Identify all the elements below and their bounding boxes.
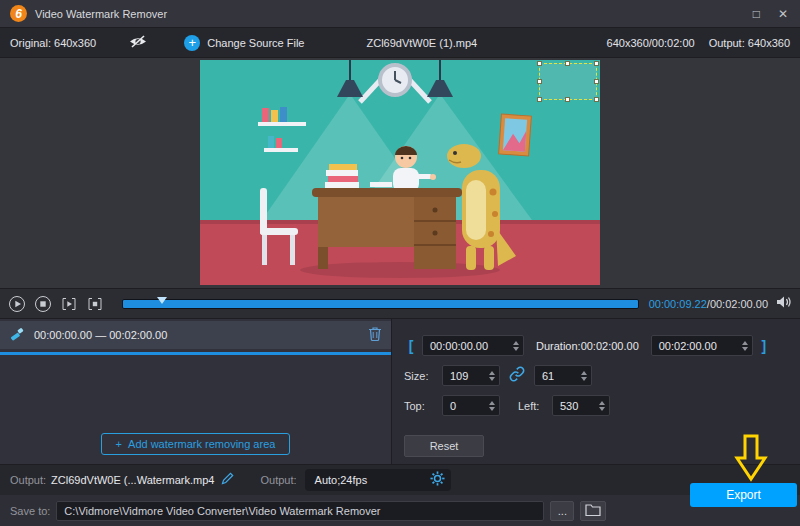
stop-button[interactable] <box>34 295 52 313</box>
set-start-bracket-button[interactable]: [ <box>404 338 418 354</box>
spinner-arrows[interactable] <box>489 371 495 381</box>
end-time-value: 00:02:00.00 <box>659 340 739 352</box>
window-title: Video Watermark Remover <box>35 8 167 20</box>
export-button[interactable]: Export <box>690 483 797 507</box>
time-display: 00:00:09.22/00:02:00.00 <box>649 298 768 310</box>
titlebar: 6 Video Watermark Remover □ ✕ <box>0 0 800 28</box>
save-to-label: Save to: <box>10 505 50 517</box>
aspect-link-button[interactable] <box>509 366 525 385</box>
left-spinner[interactable]: 530 <box>552 395 610 416</box>
output-filename: ZCl69dVtW0E (...Watermark.mp4 <box>51 474 214 486</box>
size-height-spinner[interactable]: 61 <box>534 365 592 386</box>
watermark-range-bar[interactable] <box>0 352 391 355</box>
transport-bar: 00:00:09.22/00:02:00.00 <box>0 288 800 318</box>
output-format-value: Auto;24fps <box>315 474 368 486</box>
seek-track[interactable] <box>122 299 639 309</box>
current-time: 00:00:09.22 <box>649 298 707 310</box>
size-label: Size: <box>404 370 442 382</box>
duration-label: Duration:00:02:00.00 <box>536 340 639 352</box>
plus-circle-icon: + <box>184 35 200 51</box>
preview-toggle-button[interactable] <box>128 34 148 52</box>
format-settings-button[interactable] <box>430 471 445 489</box>
set-end-bracket-button[interactable]: ] <box>757 338 771 354</box>
play-button[interactable] <box>8 295 26 313</box>
selection-handle[interactable] <box>565 61 570 66</box>
selection-handle[interactable] <box>537 97 542 102</box>
browse-button[interactable]: ... <box>550 501 574 521</box>
spinner-arrows[interactable] <box>489 401 495 411</box>
plus-icon: + <box>116 438 122 450</box>
change-source-file-button[interactable]: + Change Source File <box>184 35 304 51</box>
output-format-label: Output: <box>260 474 296 486</box>
watermark-selection-box[interactable] <box>539 63 597 100</box>
open-folder-button[interactable] <box>580 501 606 521</box>
watermark-time-range: 00:00:00.00 — 00:02:00.00 <box>34 329 167 341</box>
maximize-button[interactable]: □ <box>753 7 760 21</box>
pencil-icon <box>221 472 234 488</box>
left-label: Left: <box>518 400 552 412</box>
add-watermark-area-button[interactable]: + Add watermark removing area <box>101 433 291 455</box>
end-time-spinner[interactable]: 00:02:00.00 <box>651 335 753 356</box>
change-source-label: Change Source File <box>207 37 304 49</box>
rename-button[interactable] <box>221 472 234 488</box>
top-label: Top: <box>404 400 442 412</box>
selection-handle[interactable] <box>594 79 599 84</box>
workspace: 00:00:00.00 — 00:02:00.00 + Add watermar… <box>0 318 800 464</box>
speaker-icon <box>776 295 792 312</box>
left-value: 530 <box>560 400 596 412</box>
spinner-arrows[interactable] <box>513 341 519 351</box>
size-width-spinner[interactable]: 109 <box>442 365 500 386</box>
source-filename: ZCl69dVtW0E (1).mp4 <box>366 37 477 49</box>
link-icon <box>509 366 525 385</box>
selection-handle[interactable] <box>594 97 599 102</box>
seek-bar[interactable] <box>122 298 639 310</box>
selection-handle[interactable] <box>594 61 599 66</box>
play-clip-button[interactable] <box>60 295 78 313</box>
close-button[interactable]: ✕ <box>778 7 788 21</box>
app-logo-icon: 6 <box>10 5 27 22</box>
size-width-value: 109 <box>450 370 486 382</box>
output-format-field[interactable]: Auto;24fps <box>305 469 451 491</box>
resolution-duration-label: 640x360/00:02:00 <box>607 37 695 49</box>
trash-icon <box>368 326 382 344</box>
add-area-label: Add watermark removing area <box>128 438 275 450</box>
watermark-area-item[interactable]: 00:00:00.00 — 00:02:00.00 <box>0 321 391 349</box>
selection-handle[interactable] <box>565 97 570 102</box>
selection-handle[interactable] <box>537 79 542 84</box>
toolbar: Original: 640x360 + Change Source File Z… <box>0 28 800 58</box>
delete-area-button[interactable] <box>368 326 382 344</box>
selection-handle[interactable] <box>537 61 542 66</box>
video-frame <box>200 60 600 285</box>
watermark-areas-panel: 00:00:00.00 — 00:02:00.00 + Add watermar… <box>0 319 392 464</box>
total-time: /00:02:00.00 <box>707 298 768 310</box>
playhead-marker[interactable] <box>157 297 167 304</box>
folder-icon <box>585 503 601 518</box>
spinner-arrows[interactable] <box>599 401 605 411</box>
top-spinner[interactable]: 0 <box>442 395 500 416</box>
start-time-spinner[interactable]: 00:00:00.00 <box>422 335 524 356</box>
eye-off-icon <box>128 34 148 52</box>
watermark-brush-icon <box>9 326 25 344</box>
original-resolution-label: Original: 640x360 <box>10 37 96 49</box>
top-value: 0 <box>450 400 486 412</box>
output-name-label: Output: <box>10 474 46 486</box>
stop-clip-button[interactable] <box>86 295 104 313</box>
spinner-arrows[interactable] <box>742 341 748 351</box>
reset-button[interactable]: Reset <box>404 435 484 457</box>
properties-panel: [ 00:00:00.00 Duration:00:02:00.00 00:02… <box>392 319 800 464</box>
size-row: Size: 109 61 <box>404 365 792 386</box>
time-range-row: [ 00:00:00.00 Duration:00:02:00.00 00:02… <box>404 335 792 356</box>
start-time-value: 00:00:00.00 <box>430 340 510 352</box>
output-bar: Output: ZCl69dVtW0E (...Watermark.mp4 Ou… <box>0 464 800 495</box>
position-row: Top: 0 Left: 530 <box>404 395 792 416</box>
volume-button[interactable] <box>776 295 792 312</box>
spinner-arrows[interactable] <box>581 371 587 381</box>
size-height-value: 61 <box>542 370 578 382</box>
save-path-input[interactable]: C:\Vidmore\Vidmore Video Converter\Video… <box>56 501 544 521</box>
save-bar: Save to: C:\Vidmore\Vidmore Video Conver… <box>0 495 800 526</box>
preview-area <box>0 58 800 288</box>
output-resolution-label: Output: 640x360 <box>709 37 790 49</box>
gear-icon <box>430 471 445 489</box>
